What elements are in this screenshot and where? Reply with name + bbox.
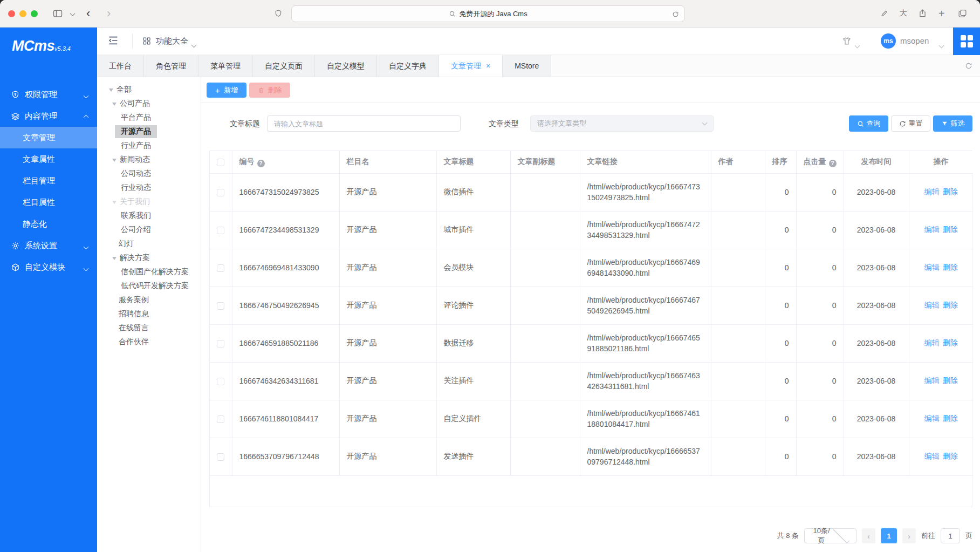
back-button[interactable]: ‹ [86, 8, 90, 19]
forward-button[interactable]: › [107, 8, 111, 19]
tree-node[interactable]: 解决方案 [97, 251, 201, 265]
row-checkbox[interactable] [217, 378, 224, 385]
sidebar-item-system-settings[interactable]: 系统设置 [0, 235, 97, 256]
tree-node[interactable]: 信创国产化解决方案 [97, 265, 201, 279]
sidebar-toggle-icon[interactable] [52, 8, 63, 19]
row-checkbox[interactable] [217, 340, 224, 347]
row-checkbox[interactable] [217, 302, 224, 310]
edit-link[interactable]: 编辑 [924, 452, 940, 460]
translate-icon[interactable]: 大 [900, 9, 907, 18]
sidebar-subitem-article-management[interactable]: 文章管理 [0, 127, 97, 148]
delete-link[interactable]: 删除 [943, 225, 958, 234]
help-icon[interactable] [829, 160, 837, 167]
row-checkbox[interactable] [217, 415, 224, 423]
delete-link[interactable]: 删除 [943, 376, 958, 385]
tree-node[interactable]: 行业动态 [97, 181, 201, 195]
article-title-input[interactable] [267, 115, 461, 132]
row-checkbox[interactable] [217, 264, 224, 272]
tree-node[interactable]: 公司介绍 [97, 223, 201, 237]
minimize-window-button[interactable] [19, 10, 26, 17]
tab-menu-management[interactable]: 菜单管理 [198, 55, 253, 77]
tree-node[interactable]: 招聘信息 [97, 307, 201, 321]
tab-workbench[interactable]: 工作台 [97, 55, 144, 77]
new-tab-icon[interactable]: + [938, 8, 945, 20]
feature-menu-label[interactable]: 功能大全 [156, 36, 188, 46]
tree-node[interactable]: 联系我们 [97, 209, 201, 223]
address-bar[interactable]: 免费开源的 Java Cms [291, 5, 685, 22]
delete-link[interactable]: 删除 [943, 338, 958, 347]
user-avatar[interactable]: ms [881, 33, 896, 49]
delete-link[interactable]: 删除 [943, 187, 958, 196]
reload-icon[interactable] [672, 10, 679, 20]
tree-node[interactable]: 关于我们 [97, 195, 201, 209]
sidebar-chevron-icon[interactable] [71, 12, 74, 16]
chevron-down-icon[interactable] [855, 40, 859, 50]
close-icon[interactable] [486, 62, 490, 70]
delete-button[interactable]: 删除 [249, 83, 290, 98]
tree-node[interactable]: 公司产品 [97, 97, 201, 111]
share-icon[interactable] [918, 9, 927, 18]
layout-settings-button[interactable] [953, 28, 980, 55]
grid-icon[interactable] [142, 37, 151, 45]
sidebar-subitem-article-attrs[interactable]: 文章属性 [0, 148, 97, 170]
sidebar-item-custom-module[interactable]: 自定义模块 [0, 256, 97, 278]
prev-page-button[interactable] [862, 528, 875, 543]
edit-link[interactable]: 编辑 [924, 414, 940, 422]
next-page-button[interactable] [902, 528, 916, 543]
tree-node[interactable]: 开源产品 [97, 125, 201, 139]
theme-tshirt-icon[interactable] [842, 36, 852, 46]
refresh-tabs-icon[interactable] [957, 55, 980, 77]
fullscreen-window-button[interactable] [31, 10, 38, 17]
tree-node[interactable]: 全部 [97, 83, 201, 97]
sidebar-subitem-column-management[interactable]: 栏目管理 [0, 170, 97, 192]
select-all-checkbox[interactable] [217, 159, 224, 166]
tab-custom-model[interactable]: 自定义模型 [315, 55, 377, 77]
reset-button[interactable]: 重置 [891, 115, 930, 132]
tab-custom-dict[interactable]: 自定义字典 [377, 55, 439, 77]
tree-node[interactable]: 行业产品 [97, 139, 201, 153]
chevron-down-icon[interactable] [940, 40, 943, 50]
delete-link[interactable]: 删除 [943, 452, 958, 460]
sidebar-item-permissions[interactable]: 权限管理 [0, 84, 97, 105]
tree-node[interactable]: 服务案例 [97, 293, 201, 307]
search-button[interactable]: 查询 [849, 115, 888, 132]
compose-icon[interactable] [880, 10, 888, 18]
username-label[interactable]: msopen [900, 36, 929, 45]
delete-link[interactable]: 删除 [943, 414, 958, 422]
row-checkbox[interactable] [217, 453, 224, 461]
privacy-shield-icon[interactable] [274, 9, 283, 18]
tree-node[interactable]: 合作伙伴 [97, 335, 201, 349]
edit-link[interactable]: 编辑 [924, 376, 940, 385]
page-size-select[interactable]: 10条/页 [804, 528, 856, 543]
tree-node[interactable]: 在线留言 [97, 321, 201, 335]
tab-role-management[interactable]: 角色管理 [144, 55, 198, 77]
tree-node[interactable]: 公司动态 [97, 167, 201, 181]
tree-node[interactable]: 低代码开发解决方案 [97, 279, 201, 293]
sidebar-item-content[interactable]: 内容管理 [0, 105, 97, 127]
delete-link[interactable]: 删除 [943, 263, 958, 271]
edit-link[interactable]: 编辑 [924, 225, 940, 234]
tab-mstore[interactable]: MStore [503, 55, 551, 77]
close-window-button[interactable] [8, 10, 15, 17]
article-type-select[interactable]: 请选择文章类型 [530, 115, 714, 132]
delete-link[interactable]: 删除 [943, 301, 958, 309]
edit-link[interactable]: 编辑 [924, 338, 940, 347]
current-page-button[interactable]: 1 [881, 528, 897, 543]
edit-link[interactable]: 编辑 [924, 187, 940, 196]
sidebar-subitem-static[interactable]: 静态化 [0, 213, 97, 235]
tab-custom-page[interactable]: 自定义页面 [253, 55, 315, 77]
tree-node[interactable]: 新闻动态 [97, 153, 201, 167]
tab-overview-icon[interactable] [958, 9, 967, 18]
filter-button[interactable]: 筛选 [933, 115, 972, 132]
tree-node[interactable]: 幻灯 [97, 237, 201, 251]
help-icon[interactable] [257, 160, 265, 167]
edit-link[interactable]: 编辑 [924, 301, 940, 309]
add-button[interactable]: 新增 [207, 83, 246, 98]
row-checkbox[interactable] [217, 227, 224, 234]
chevron-down-icon[interactable] [192, 39, 196, 49]
edit-link[interactable]: 编辑 [924, 263, 940, 271]
tree-node[interactable]: 平台产品 [97, 111, 201, 125]
goto-page-input[interactable] [941, 528, 960, 543]
row-checkbox[interactable] [217, 189, 224, 196]
collapse-menu-icon[interactable] [107, 35, 121, 49]
